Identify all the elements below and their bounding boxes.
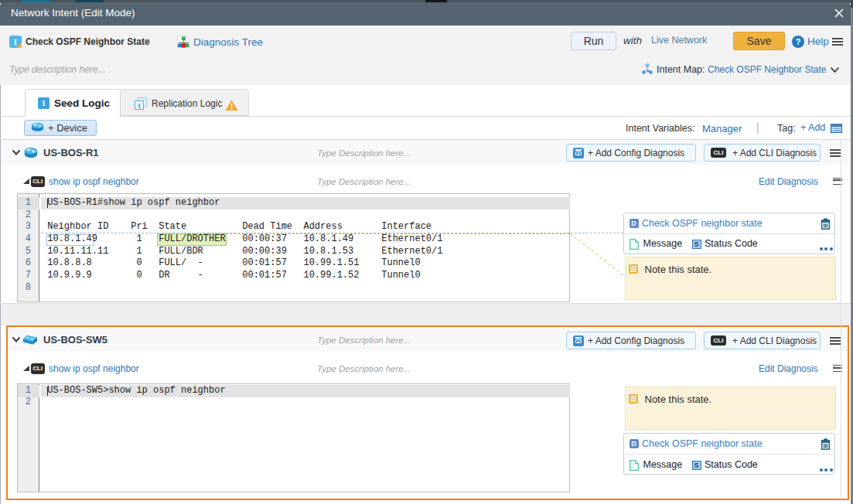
svg-text:I: I (138, 102, 141, 110)
